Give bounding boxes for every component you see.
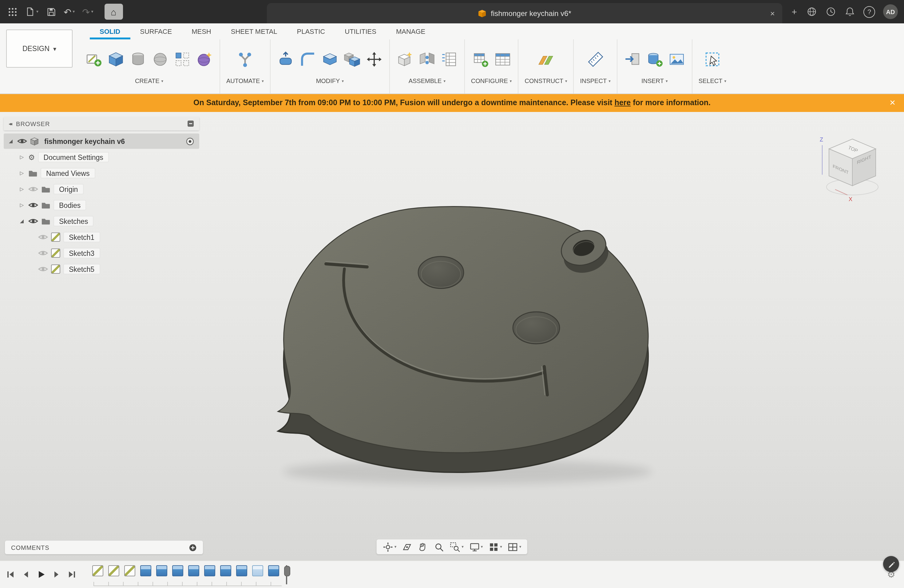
browser-item-sketches[interactable]: ◢ Sketches	[4, 213, 199, 229]
inspect-dropdown[interactable]: INSPECT▾	[580, 77, 610, 84]
orbit-tool[interactable]: ▾	[383, 542, 397, 552]
banner-link[interactable]: here	[614, 98, 631, 107]
comments-bar[interactable]: COMMENTS	[5, 541, 203, 554]
timeline-play-button[interactable]	[37, 570, 46, 579]
notifications-bell-icon[interactable]	[844, 6, 855, 17]
root-label[interactable]: fishmonger keychain v6	[42, 136, 130, 146]
timeline-item-extrude[interactable]	[268, 565, 279, 576]
pan-tool[interactable]	[418, 542, 428, 552]
timeline-position-marker[interactable]	[283, 565, 290, 584]
fillet-icon[interactable]	[299, 50, 317, 68]
visibility-eye-off-icon[interactable]	[28, 186, 38, 193]
automate-icon[interactable]	[236, 50, 254, 68]
automate-dropdown[interactable]: AUTOMATE▾	[226, 77, 264, 84]
browser-item-bodies[interactable]: ▷ Bodies	[4, 198, 199, 213]
browser-item-sketch5[interactable]: Sketch5	[4, 261, 199, 277]
configuration-table-icon[interactable]	[493, 50, 511, 68]
insert-dropdown[interactable]: INSERT▾	[642, 77, 668, 84]
workspace-selector[interactable]: DESIGN ▾	[6, 30, 73, 68]
press-pull-icon[interactable]	[277, 50, 295, 68]
zoom-tool[interactable]	[434, 542, 444, 552]
timeline-item-sketch[interactable]	[124, 565, 135, 576]
display-settings-tool[interactable]: ▾	[469, 542, 483, 552]
close-document-icon[interactable]: ×	[770, 9, 775, 18]
collapse-browser-icon[interactable]: ◂◂	[9, 121, 11, 126]
tab-manage[interactable]: MANAGE	[386, 24, 435, 40]
insert-link-icon[interactable]	[624, 50, 642, 68]
timeline-begin-button[interactable]	[6, 570, 15, 579]
select-dropdown[interactable]: SELECT▾	[699, 77, 726, 84]
new-component-icon[interactable]	[396, 50, 414, 68]
viewports-tool[interactable]: ▾	[508, 542, 522, 552]
timeline-end-button[interactable]	[68, 570, 76, 579]
create-cylinder-icon[interactable]	[129, 50, 147, 68]
tab-solid[interactable]: SOLID	[90, 24, 130, 40]
browser-item-named-views[interactable]: ▷ Named Views	[4, 166, 199, 181]
timeline-item-extrude-light[interactable]	[252, 565, 263, 576]
expander-icon[interactable]: ◢	[19, 218, 25, 224]
expander-icon[interactable]: ▷	[19, 202, 25, 208]
browser-item-origin[interactable]: ▷ Origin	[4, 182, 199, 197]
browser-item-sketch1[interactable]: Sketch1	[4, 229, 199, 245]
configure-dropdown[interactable]: CONFIGURE▾	[471, 77, 512, 84]
view-cube[interactable]: TOP FRONT RIGHT Z X	[817, 133, 889, 203]
tab-plastic[interactable]: PLASTIC	[287, 24, 335, 40]
move-icon[interactable]	[365, 50, 383, 68]
visibility-eye-icon[interactable]	[17, 138, 27, 145]
expander-icon[interactable]: ◢	[7, 138, 14, 144]
undo-button[interactable]: ↶ ▾	[61, 4, 77, 20]
visibility-eye-off-icon[interactable]	[38, 234, 48, 240]
look-at-tool[interactable]	[402, 542, 412, 552]
timeline-item-extrude[interactable]	[220, 565, 231, 576]
app-grid-menu-button[interactable]	[5, 4, 20, 20]
create-sphere-icon[interactable]	[151, 50, 169, 68]
visibility-eye-off-icon[interactable]	[38, 266, 48, 272]
canvas-icon[interactable]	[668, 50, 686, 68]
construct-dropdown[interactable]: CONSTRUCT▾	[525, 77, 567, 84]
timeline-item-extrude[interactable]	[140, 565, 151, 576]
configure-icon[interactable]	[471, 50, 489, 68]
tab-mesh[interactable]: MESH	[182, 24, 221, 40]
visibility-eye-icon[interactable]	[28, 218, 38, 224]
create-form-icon[interactable]	[196, 50, 213, 68]
banner-close-icon[interactable]: ×	[890, 97, 895, 108]
tab-sheet-metal[interactable]: SHEET METAL	[221, 24, 287, 40]
create-box-icon[interactable]	[107, 50, 125, 68]
expander-icon[interactable]: ▷	[19, 171, 25, 176]
visibility-eye-icon[interactable]	[28, 202, 38, 209]
construct-plane-icon[interactable]	[537, 50, 555, 68]
redo-button[interactable]: ↷ ▾	[80, 4, 96, 20]
browser-header[interactable]: ◂◂ BROWSER	[4, 117, 199, 130]
home-button[interactable]: ⌂	[104, 4, 123, 20]
measure-icon[interactable]	[586, 50, 604, 68]
timeline-step-forward-button[interactable]	[52, 570, 61, 579]
browser-dock-icon[interactable]	[187, 120, 194, 127]
zoom-window-tool[interactable]: ▾	[450, 542, 464, 552]
tab-utilities[interactable]: UTILITIES	[335, 24, 386, 40]
file-menu-button[interactable]: ▾	[23, 4, 41, 20]
expander-icon[interactable]: ▷	[19, 187, 25, 192]
grid-and-snaps-tool[interactable]: ▾	[488, 542, 502, 552]
avatar[interactable]: AD	[883, 4, 898, 19]
globe-icon[interactable]	[806, 6, 817, 17]
modify-dropdown[interactable]: MODIFY▾	[316, 77, 344, 84]
job-status-clock-icon[interactable]	[825, 6, 836, 17]
save-button[interactable]	[43, 4, 59, 20]
viewport-canvas[interactable]: ◂◂ BROWSER ◢ fishmonger keychain v6 ▷ ⚙ …	[0, 112, 904, 561]
create-sketch-icon[interactable]	[85, 50, 103, 68]
expand-comments-icon[interactable]	[189, 544, 197, 552]
visibility-eye-off-icon[interactable]	[38, 250, 48, 256]
timeline-item-extrude[interactable]	[236, 565, 247, 576]
browser-item-sketch3[interactable]: Sketch3	[4, 245, 199, 261]
document-tab[interactable]: fishmonger keychain v6* ×	[267, 3, 782, 24]
activate-component-radio[interactable]	[186, 137, 194, 145]
shell-icon[interactable]	[321, 50, 339, 68]
timeline-item-sketch[interactable]	[108, 565, 119, 576]
select-icon[interactable]	[703, 50, 721, 68]
keychain-eye-hole-left[interactable]	[418, 256, 464, 288]
timeline-item-extrude[interactable]	[204, 565, 215, 576]
combine-icon[interactable]	[343, 50, 361, 68]
keychain-eye-hole-right[interactable]	[513, 312, 559, 344]
assemble-dropdown[interactable]: ASSEMBLE▾	[409, 77, 446, 84]
create-dropdown[interactable]: CREATE▾	[135, 77, 163, 84]
